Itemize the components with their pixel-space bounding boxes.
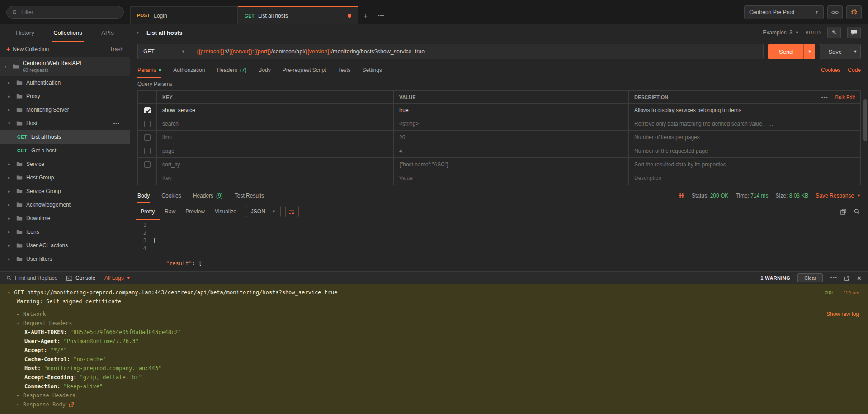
request-tab-list-all-hosts[interactable]: GET List all hosts (238, 6, 358, 24)
tab-pre-request-script[interactable]: Pre-request Script (283, 62, 326, 78)
response-tab-cookies[interactable]: Cookies (161, 188, 181, 203)
folder-host[interactable]: ▾ Host ••• (0, 117, 130, 130)
console-toggle-button[interactable]: Console (66, 275, 95, 281)
param-description[interactable]: Sort the resulted data by its properties (629, 158, 860, 171)
filter-input[interactable] (21, 9, 118, 15)
save-button[interactable]: Save (820, 44, 850, 59)
view-tab-raw[interactable]: Raw (160, 203, 180, 220)
clear-console-button[interactable]: Clear (797, 273, 823, 282)
param-key[interactable]: page (157, 144, 394, 157)
row-checkbox[interactable] (144, 121, 151, 127)
folder-service[interactable]: ▸ Service (0, 157, 130, 171)
console-log[interactable]: ⚠ GET https://monitoring-preprod.company… (0, 284, 868, 414)
row-checkbox[interactable] (144, 107, 151, 113)
trash-button[interactable]: Trash (110, 46, 123, 52)
row-checkbox[interactable] (144, 148, 151, 154)
folder-acknowledgement[interactable]: ▸ Acknowledgement (0, 198, 130, 212)
cookies-link[interactable]: Cookies (821, 67, 840, 73)
folder-user-acl-actions[interactable]: ▸ User ACL actions (0, 239, 130, 252)
log-section-network[interactable]: ▸ Network Show raw log (0, 310, 868, 319)
open-in-new-window-icon[interactable] (844, 276, 849, 281)
save-response-button[interactable]: Save Response ▼ (816, 193, 861, 199)
response-tab-headers[interactable]: Headers (9) (193, 188, 223, 203)
log-section-request-headers[interactable]: ▾ Request Headers (0, 319, 868, 328)
environment-selector[interactable]: Centreon Pre Prod ▼ (744, 5, 824, 19)
code-link[interactable]: Code (848, 67, 861, 73)
folder-downtime[interactable]: ▸ Downtime (0, 212, 130, 225)
param-value[interactable]: {"host.name":"ASC"} (394, 158, 629, 171)
log-request-line[interactable]: ⚠ GET https://monitoring-preprod.company… (0, 288, 868, 297)
view-tab-visualize[interactable]: Visualize (210, 203, 241, 220)
collection-item[interactable]: ▾ Centreon Web RestAPI 60 requests (0, 57, 130, 76)
send-options-button[interactable]: ▼ (803, 44, 815, 59)
param-key[interactable]: sort_by (157, 158, 394, 171)
close-icon[interactable]: ✕ (857, 275, 862, 282)
param-description[interactable]: Number of the requested page (629, 144, 860, 157)
param-description[interactable]: Retrieve only data matching the defined … (629, 117, 860, 130)
param-value[interactable]: <string> (394, 117, 629, 130)
request-tab-login[interactable]: POST Login (130, 6, 238, 24)
row-checkbox[interactable] (144, 161, 151, 168)
tab-params[interactable]: Params (137, 62, 161, 78)
chevron-right-icon[interactable]: ▸ (137, 30, 142, 35)
new-tab-button[interactable]: + (358, 6, 373, 24)
tab-body[interactable]: Body (258, 62, 270, 78)
sidebar-tab-apis[interactable]: APIs (99, 24, 115, 42)
request-item-list-all-hosts[interactable]: GET List all hosts (0, 130, 130, 144)
environment-quick-look-button[interactable] (827, 5, 843, 19)
param-description[interactable]: Number of items per pages (629, 131, 860, 144)
tab-tests[interactable]: Tests (338, 62, 350, 78)
folder-monitoring-server[interactable]: ▸ Monitoring Server (0, 103, 130, 117)
param-value-placeholder[interactable]: Value (394, 171, 629, 185)
search-icon[interactable] (854, 208, 860, 215)
tab-options-button[interactable]: ••• (373, 6, 389, 24)
folder-host-group[interactable]: ▸ Host Group (0, 171, 130, 184)
param-key[interactable]: limit (157, 131, 394, 144)
save-options-button[interactable]: ▼ (850, 44, 861, 59)
response-tab-body[interactable]: Body (137, 188, 150, 203)
wrap-text-button[interactable] (285, 206, 299, 217)
find-and-replace-button[interactable]: Find and Replace (6, 275, 57, 281)
settings-button[interactable]: ⚙ (846, 5, 862, 19)
response-body-editor[interactable]: 1 2 3 4 { "result": [ { "id": 174, (130, 220, 868, 271)
chevron-down-icon[interactable]: ▾ (5, 64, 9, 69)
sidebar-filter[interactable] (6, 6, 124, 19)
folder-icons[interactable]: ▸ Icons (0, 225, 130, 239)
folder-proxy[interactable]: ▸ Proxy (0, 89, 130, 103)
param-key-placeholder[interactable]: Key (157, 171, 394, 185)
network-warning-icon[interactable] (679, 193, 684, 198)
view-tab-pretty[interactable]: Pretty (136, 203, 160, 220)
scrollbar-thumb[interactable] (863, 99, 867, 141)
copy-icon[interactable] (840, 209, 846, 215)
new-collection-button[interactable]: New Collection (13, 46, 49, 52)
view-tab-preview[interactable]: Preview (180, 203, 210, 220)
log-filter-dropdown[interactable]: All Logs ▼ (104, 275, 131, 281)
params-more-button[interactable]: ••• (821, 94, 828, 100)
examples-dropdown[interactable]: Examples 3 ▼ (763, 29, 799, 36)
param-value[interactable]: true (394, 104, 629, 117)
param-key[interactable]: search (157, 117, 394, 130)
folder-options-button[interactable]: ••• (113, 121, 120, 126)
param-value[interactable]: 4 (394, 144, 629, 157)
param-description-placeholder[interactable]: Description (629, 171, 860, 185)
tab-authorization[interactable]: Authorization (173, 62, 205, 78)
log-section-response-headers[interactable]: ▸ Response Headers (0, 391, 868, 400)
bulk-edit-link[interactable]: Bulk Edit (835, 94, 855, 100)
send-button[interactable]: Send (768, 44, 803, 59)
external-link-icon[interactable] (69, 402, 74, 407)
request-item-get-a-host[interactable]: GET Get a host (0, 144, 130, 157)
param-key[interactable]: show_service (157, 104, 394, 117)
param-description[interactable]: Allows to display services belonging to … (629, 104, 860, 117)
url-input[interactable]: {{protocol}}://{{server}}:{{port}}/centr… (191, 44, 763, 59)
folder-service-group[interactable]: ▸ Service Group (0, 184, 130, 198)
comments-button[interactable] (847, 27, 861, 38)
tab-headers[interactable]: Headers (7) (217, 62, 246, 78)
edit-button[interactable]: ✎ (827, 27, 841, 38)
console-options-button[interactable]: ••• (830, 275, 837, 281)
row-checkbox[interactable] (144, 134, 151, 141)
log-section-response-body[interactable]: ▸ Response Body (0, 400, 868, 409)
method-selector[interactable]: GET ▼ (138, 44, 191, 59)
folder-user-filters[interactable]: ▸ User filters (0, 252, 130, 266)
format-selector[interactable]: JSON ▼ (246, 206, 281, 217)
sidebar-tab-history[interactable]: History (14, 24, 36, 42)
